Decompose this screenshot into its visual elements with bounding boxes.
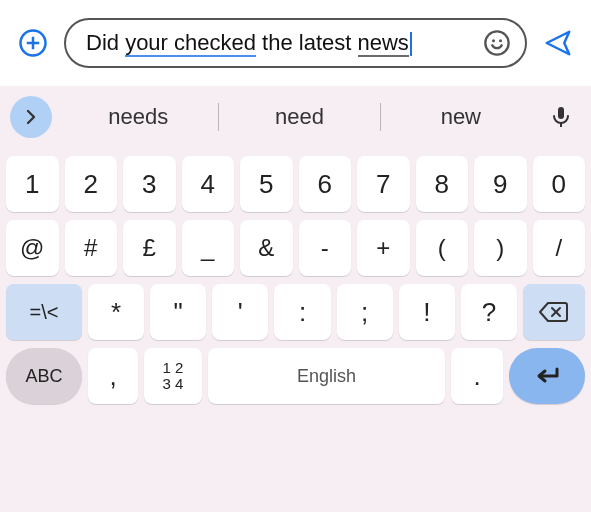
voice-input-button[interactable] [541,97,581,137]
digit-key-1[interactable]: 2 [65,156,118,212]
send-button[interactable] [541,26,575,60]
svg-point-4 [492,39,495,42]
digit-key-0[interactable]: 1 [6,156,59,212]
emoji-button[interactable] [483,29,511,57]
period-key[interactable]: . [451,348,503,404]
digit-key-8[interactable]: 9 [474,156,527,212]
text-plain: the latest [256,30,358,55]
svg-rect-6 [558,107,564,119]
smiley-icon [483,29,511,57]
plus-circle-icon [18,28,48,58]
symbol2-key-2[interactable]: ' [212,284,268,340]
suggestion-2[interactable]: need [221,96,377,138]
symbol-key-5[interactable]: - [299,220,352,276]
key-row-3-mid: *"':;!? [88,284,517,340]
grammar-underline[interactable]: your checked [125,30,256,57]
svg-point-3 [485,31,508,54]
symbol2-key-6[interactable]: ? [461,284,517,340]
numpad-key[interactable]: 1 2 3 4 [144,348,202,404]
keyboard: needs need new 1234567890 @#£_&-+()/ =\<… [0,86,591,512]
digit-key-9[interactable]: 0 [533,156,586,212]
symbol-key-9[interactable]: / [533,220,586,276]
symbols-shift-key[interactable]: =\< [6,284,82,340]
numpad-bot: 3 4 [163,376,184,392]
key-row-2: @#£_&-+()/ [6,220,585,276]
digit-key-5[interactable]: 6 [299,156,352,212]
digit-key-6[interactable]: 7 [357,156,410,212]
symbol2-key-1[interactable]: " [150,284,206,340]
symbol-key-1[interactable]: # [65,220,118,276]
space-key[interactable]: English [208,348,445,404]
symbol-key-2[interactable]: £ [123,220,176,276]
attach-button[interactable] [16,26,50,60]
numpad-label: 1 2 3 4 [163,360,184,392]
enter-key[interactable] [509,348,585,404]
separator [380,103,381,131]
digit-key-2[interactable]: 3 [123,156,176,212]
numpad-top: 1 2 [163,360,184,376]
expand-toolbar-button[interactable] [10,96,52,138]
symbol-key-3[interactable]: _ [182,220,235,276]
suggestion-3[interactable]: new [383,96,539,138]
send-icon [543,28,573,58]
key-row-1: 1234567890 [6,156,585,212]
symbol2-key-4[interactable]: ; [337,284,393,340]
abc-mode-key[interactable]: ABC [6,348,82,404]
symbol-key-4[interactable]: & [240,220,293,276]
symbol2-key-0[interactable]: * [88,284,144,340]
symbol2-key-5[interactable]: ! [399,284,455,340]
text-plain: Did [86,30,125,55]
key-row-3: =\< *"':;!? [6,284,585,340]
digit-key-7[interactable]: 8 [416,156,469,212]
key-row-4: ABC , 1 2 3 4 English . [6,348,585,404]
digit-key-3[interactable]: 4 [182,156,235,212]
suggestion-1[interactable]: needs [60,96,216,138]
svg-point-5 [499,39,502,42]
composing-underline: news [358,30,409,57]
backspace-key[interactable] [523,284,585,340]
symbol2-key-3[interactable]: : [274,284,330,340]
symbol-key-8[interactable]: ) [474,220,527,276]
symbol-key-0[interactable]: @ [6,220,59,276]
compose-bar: Did your checked the latest news [0,0,591,86]
separator [218,103,219,131]
symbol-key-7[interactable]: ( [416,220,469,276]
backspace-icon [539,301,569,323]
comma-key[interactable]: , [88,348,138,404]
chevron-right-icon [22,108,40,126]
digit-key-4[interactable]: 5 [240,156,293,212]
message-text: Did your checked the latest news [86,30,473,56]
suggestion-strip: needs need new [6,86,585,148]
symbol-key-6[interactable]: + [357,220,410,276]
enter-icon [533,366,561,386]
text-caret [410,32,412,56]
message-input[interactable]: Did your checked the latest news [64,18,527,68]
mic-icon [549,105,573,129]
